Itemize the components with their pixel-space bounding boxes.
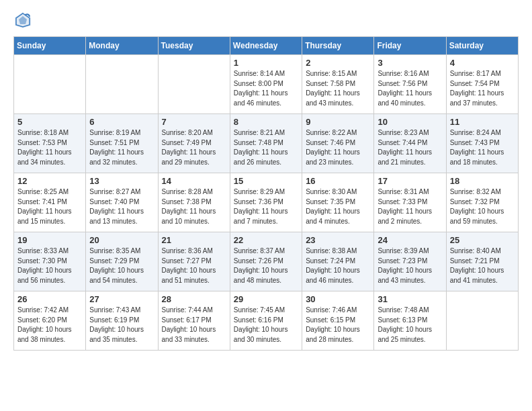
calendar-cell: 25Sunrise: 8:40 AM Sunset: 7:21 PM Dayli…	[446, 232, 518, 291]
calendar-cell: 17Sunrise: 8:31 AM Sunset: 7:33 PM Dayli…	[374, 173, 446, 232]
day-number: 11	[450, 117, 515, 127]
calendar-cell: 13Sunrise: 8:27 AM Sunset: 7:40 PM Dayli…	[86, 173, 158, 232]
day-number: 20	[89, 235, 154, 245]
day-number: 16	[306, 176, 370, 186]
day-info: Sunrise: 8:32 AM Sunset: 7:32 PM Dayligh…	[450, 187, 515, 226]
calendar-cell: 15Sunrise: 8:29 AM Sunset: 7:36 PM Dayli…	[230, 173, 302, 232]
calendar-cell: 12Sunrise: 8:25 AM Sunset: 7:41 PM Dayli…	[14, 173, 86, 232]
calendar-cell: 9Sunrise: 8:22 AM Sunset: 7:46 PM Daylig…	[302, 114, 374, 173]
calendar-cell: 1Sunrise: 8:14 AM Sunset: 8:00 PM Daylig…	[230, 55, 302, 114]
day-number: 30	[306, 294, 370, 304]
col-header-wednesday: Wednesday	[230, 37, 302, 55]
day-number: 17	[378, 176, 442, 186]
day-number: 4	[450, 58, 515, 68]
calendar-cell: 31Sunrise: 7:48 AM Sunset: 6:13 PM Dayli…	[374, 291, 446, 351]
day-number: 28	[162, 294, 226, 304]
calendar-cell: 19Sunrise: 8:33 AM Sunset: 7:30 PM Dayli…	[14, 232, 86, 291]
day-number: 3	[378, 58, 442, 68]
day-info: Sunrise: 8:17 AM Sunset: 7:54 PM Dayligh…	[450, 69, 515, 108]
calendar-cell: 18Sunrise: 8:32 AM Sunset: 7:32 PM Dayli…	[446, 173, 518, 232]
calendar-cell: 24Sunrise: 8:39 AM Sunset: 7:23 PM Dayli…	[374, 232, 446, 291]
day-info: Sunrise: 8:30 AM Sunset: 7:35 PM Dayligh…	[306, 187, 370, 226]
logo-icon	[13, 11, 32, 30]
col-header-sunday: Sunday	[14, 37, 86, 55]
day-info: Sunrise: 8:14 AM Sunset: 8:00 PM Dayligh…	[234, 69, 298, 108]
calendar-cell	[86, 55, 158, 114]
day-info: Sunrise: 8:18 AM Sunset: 7:53 PM Dayligh…	[17, 128, 82, 167]
day-info: Sunrise: 8:15 AM Sunset: 7:58 PM Dayligh…	[306, 69, 370, 108]
day-number: 10	[378, 117, 442, 127]
calendar-cell: 16Sunrise: 8:30 AM Sunset: 7:35 PM Dayli…	[302, 173, 374, 232]
calendar-cell: 10Sunrise: 8:23 AM Sunset: 7:44 PM Dayli…	[374, 114, 446, 173]
col-header-thursday: Thursday	[302, 37, 374, 55]
calendar-cell: 5Sunrise: 8:18 AM Sunset: 7:53 PM Daylig…	[14, 114, 86, 173]
calendar-cell: 11Sunrise: 8:24 AM Sunset: 7:43 PM Dayli…	[446, 114, 518, 173]
day-number: 12	[17, 176, 82, 186]
col-header-saturday: Saturday	[446, 37, 518, 55]
day-info: Sunrise: 7:45 AM Sunset: 6:16 PM Dayligh…	[234, 306, 298, 345]
day-number: 31	[378, 294, 442, 304]
calendar-cell	[14, 55, 86, 114]
day-info: Sunrise: 8:31 AM Sunset: 7:33 PM Dayligh…	[378, 187, 442, 226]
calendar-cell	[446, 291, 518, 351]
day-info: Sunrise: 8:37 AM Sunset: 7:26 PM Dayligh…	[234, 246, 298, 285]
day-info: Sunrise: 8:25 AM Sunset: 7:41 PM Dayligh…	[17, 187, 82, 226]
day-number: 18	[450, 176, 515, 186]
calendar-header-row: SundayMondayTuesdayWednesdayThursdayFrid…	[14, 37, 519, 55]
day-number: 24	[378, 235, 442, 245]
day-info: Sunrise: 7:44 AM Sunset: 6:17 PM Dayligh…	[162, 306, 226, 345]
day-number: 22	[234, 235, 298, 245]
calendar-cell: 27Sunrise: 7:43 AM Sunset: 6:19 PM Dayli…	[86, 291, 158, 351]
calendar-cell: 6Sunrise: 8:19 AM Sunset: 7:51 PM Daylig…	[86, 114, 158, 173]
day-info: Sunrise: 8:36 AM Sunset: 7:27 PM Dayligh…	[162, 246, 226, 285]
day-info: Sunrise: 8:33 AM Sunset: 7:30 PM Dayligh…	[17, 246, 82, 285]
day-info: Sunrise: 8:35 AM Sunset: 7:29 PM Dayligh…	[89, 246, 154, 285]
day-number: 19	[17, 235, 82, 245]
logo	[13, 11, 35, 30]
calendar-cell	[158, 55, 230, 114]
calendar-cell: 14Sunrise: 8:28 AM Sunset: 7:38 PM Dayli…	[158, 173, 230, 232]
col-header-monday: Monday	[86, 37, 158, 55]
calendar-cell: 23Sunrise: 8:38 AM Sunset: 7:24 PM Dayli…	[302, 232, 374, 291]
day-number: 21	[162, 235, 226, 245]
day-info: Sunrise: 8:20 AM Sunset: 7:49 PM Dayligh…	[162, 128, 226, 167]
day-number: 8	[234, 117, 298, 127]
day-info: Sunrise: 8:28 AM Sunset: 7:38 PM Dayligh…	[162, 187, 226, 226]
week-row-5: 26Sunrise: 7:42 AM Sunset: 6:20 PM Dayli…	[14, 291, 519, 351]
day-number: 15	[234, 176, 298, 186]
day-info: Sunrise: 8:38 AM Sunset: 7:24 PM Dayligh…	[306, 246, 370, 285]
day-number: 29	[234, 294, 298, 304]
header	[13, 11, 519, 30]
day-info: Sunrise: 8:29 AM Sunset: 7:36 PM Dayligh…	[234, 187, 298, 226]
day-number: 9	[306, 117, 370, 127]
calendar-cell: 30Sunrise: 7:46 AM Sunset: 6:15 PM Dayli…	[302, 291, 374, 351]
day-number: 2	[306, 58, 370, 68]
col-header-friday: Friday	[374, 37, 446, 55]
day-info: Sunrise: 8:23 AM Sunset: 7:44 PM Dayligh…	[378, 128, 442, 167]
day-info: Sunrise: 8:39 AM Sunset: 7:23 PM Dayligh…	[378, 246, 442, 285]
calendar-cell: 8Sunrise: 8:21 AM Sunset: 7:48 PM Daylig…	[230, 114, 302, 173]
calendar-table: SundayMondayTuesdayWednesdayThursdayFrid…	[13, 36, 519, 351]
day-info: Sunrise: 7:48 AM Sunset: 6:13 PM Dayligh…	[378, 306, 442, 345]
calendar-cell: 22Sunrise: 8:37 AM Sunset: 7:26 PM Dayli…	[230, 232, 302, 291]
calendar-cell: 21Sunrise: 8:36 AM Sunset: 7:27 PM Dayli…	[158, 232, 230, 291]
day-info: Sunrise: 8:22 AM Sunset: 7:46 PM Dayligh…	[306, 128, 370, 167]
day-info: Sunrise: 7:43 AM Sunset: 6:19 PM Dayligh…	[89, 306, 154, 345]
col-header-tuesday: Tuesday	[158, 37, 230, 55]
calendar-cell: 3Sunrise: 8:16 AM Sunset: 7:56 PM Daylig…	[374, 55, 446, 114]
day-number: 25	[450, 235, 515, 245]
day-number: 23	[306, 235, 370, 245]
calendar-cell: 26Sunrise: 7:42 AM Sunset: 6:20 PM Dayli…	[14, 291, 86, 351]
day-number: 27	[89, 294, 154, 304]
day-info: Sunrise: 8:27 AM Sunset: 7:40 PM Dayligh…	[89, 187, 154, 226]
calendar-cell: 7Sunrise: 8:20 AM Sunset: 7:49 PM Daylig…	[158, 114, 230, 173]
day-info: Sunrise: 8:16 AM Sunset: 7:56 PM Dayligh…	[378, 69, 442, 108]
week-row-4: 19Sunrise: 8:33 AM Sunset: 7:30 PM Dayli…	[14, 232, 519, 291]
page: SundayMondayTuesdayWednesdayThursdayFrid…	[0, 0, 532, 361]
calendar-cell: 2Sunrise: 8:15 AM Sunset: 7:58 PM Daylig…	[302, 55, 374, 114]
day-number: 26	[17, 294, 82, 304]
day-info: Sunrise: 8:21 AM Sunset: 7:48 PM Dayligh…	[234, 128, 298, 167]
day-number: 13	[89, 176, 154, 186]
day-number: 5	[17, 117, 82, 127]
calendar-cell: 20Sunrise: 8:35 AM Sunset: 7:29 PM Dayli…	[86, 232, 158, 291]
